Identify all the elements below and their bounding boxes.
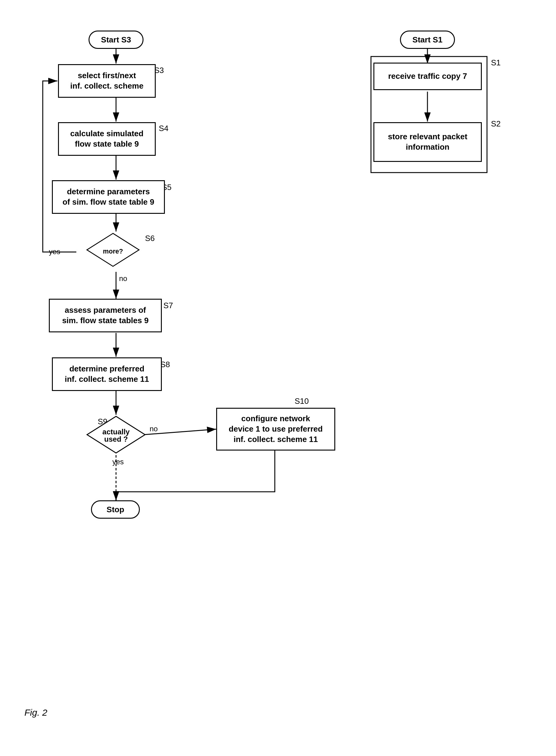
s6-label: S6 bbox=[145, 234, 155, 243]
svg-text:more?: more? bbox=[103, 248, 123, 255]
s2-label: S2 bbox=[491, 119, 501, 129]
s10-label: S10 bbox=[294, 396, 309, 406]
s7-label: S7 bbox=[163, 301, 173, 310]
s7-box: assess parameters ofsim. flow state tabl… bbox=[49, 299, 162, 332]
s1-label: S1 bbox=[491, 58, 501, 67]
no2-label: no bbox=[150, 425, 158, 433]
s6-diamond: more? bbox=[85, 232, 140, 268]
stop: Stop bbox=[91, 500, 140, 519]
start-s3: Start S3 bbox=[89, 31, 143, 49]
s3-box: select first/nextinf. collect. scheme bbox=[58, 64, 156, 98]
yes2-label: yes bbox=[112, 458, 124, 466]
yes-label: yes bbox=[49, 248, 60, 256]
no-label: no bbox=[119, 274, 127, 283]
svg-line-9 bbox=[136, 429, 216, 435]
s8-box: determine preferredinf. collect. scheme … bbox=[52, 357, 162, 391]
start-s1: Start S1 bbox=[400, 31, 455, 49]
diagram-container: Start S3 S3 select first/nextinf. collec… bbox=[18, 12, 537, 730]
s5-box: determine parametersof sim. flow state t… bbox=[52, 180, 165, 214]
s10-box: configure networkdevice 1 to use preferr… bbox=[216, 408, 335, 451]
s4-box: calculate simulatedflow state table 9 bbox=[58, 122, 156, 156]
svg-text:used ?: used ? bbox=[104, 435, 128, 443]
fig-label: Fig. 2 bbox=[25, 708, 47, 718]
svg-text:actually: actually bbox=[102, 428, 130, 436]
s9-diamond: actually used ? bbox=[85, 415, 146, 455]
s1-box: receive traffic copy 7 bbox=[373, 63, 482, 90]
s4-label: S4 bbox=[159, 124, 169, 133]
s2-box: store relevant packetinformation bbox=[373, 122, 482, 162]
